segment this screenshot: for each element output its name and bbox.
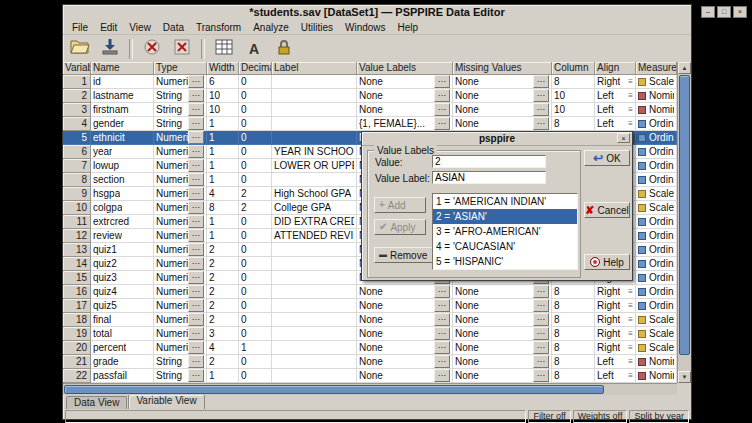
columns-cell[interactable]: 10: [552, 103, 595, 117]
name-cell[interactable]: final: [91, 313, 154, 327]
width-cell[interactable]: 1: [207, 173, 239, 187]
value-labels-button[interactable]: [210, 36, 238, 62]
ellipsis-button[interactable]: …: [188, 355, 204, 368]
missing-values-cell[interactable]: None…: [453, 299, 552, 313]
ellipsis-button[interactable]: …: [434, 355, 450, 368]
decimals-cell[interactable]: 2: [239, 187, 272, 201]
label-cell[interactable]: [272, 369, 357, 383]
width-cell[interactable]: 1: [207, 117, 239, 131]
ellipsis-button[interactable]: …: [188, 299, 204, 312]
row-number-cell[interactable]: 13: [63, 243, 91, 257]
ellipsis-button[interactable]: …: [188, 159, 204, 172]
label-cell[interactable]: LOWER OR UPPER DIVIS: [272, 159, 357, 173]
align-cell[interactable]: Left≡: [595, 355, 636, 369]
type-cell[interactable]: Numeric…: [154, 75, 207, 89]
ellipsis-button[interactable]: …: [533, 117, 549, 130]
type-cell[interactable]: Numeric…: [154, 131, 207, 145]
ellipsis-button[interactable]: …: [533, 103, 549, 116]
column-header[interactable]: Name: [91, 62, 154, 75]
menu-transform[interactable]: Transform: [190, 21, 247, 34]
ellipsis-button[interactable]: …: [533, 299, 549, 312]
open-file-button[interactable]: [66, 36, 94, 62]
row-number-cell[interactable]: 3: [63, 103, 91, 117]
label-cell[interactable]: DID EXTRA CREDIT PRO: [272, 215, 357, 229]
decimals-cell[interactable]: 0: [239, 243, 272, 257]
decimals-cell[interactable]: 0: [239, 103, 272, 117]
row-number-cell[interactable]: 18: [63, 313, 91, 327]
dialog-close-button[interactable]: ×: [617, 133, 630, 143]
value-labels-cell[interactable]: None…: [357, 341, 453, 355]
width-cell[interactable]: 4: [207, 187, 239, 201]
scroll-up-arrow[interactable]: ▲: [678, 62, 691, 74]
name-cell[interactable]: id: [91, 75, 154, 89]
missing-values-cell[interactable]: None…: [453, 75, 552, 89]
decimals-cell[interactable]: 0: [239, 313, 272, 327]
label-cell[interactable]: [272, 75, 357, 89]
value-labels-cell[interactable]: None…: [357, 103, 453, 117]
column-header[interactable]: Variab: [63, 62, 91, 75]
value-label-item[interactable]: 5 = 'HISPANIC': [433, 254, 577, 269]
value-label-item[interactable]: 4 = 'CAUCASIAN': [433, 239, 577, 254]
ellipsis-button[interactable]: …: [533, 75, 549, 88]
measure-cell[interactable]: Ordinal: [636, 117, 677, 131]
ellipsis-button[interactable]: …: [188, 257, 204, 270]
name-cell[interactable]: quiz5: [91, 299, 154, 313]
name-cell[interactable]: lastname: [91, 89, 154, 103]
type-cell[interactable]: Numeric…: [154, 327, 207, 341]
goto-case-button[interactable]: [138, 36, 166, 62]
width-cell[interactable]: 2: [207, 313, 239, 327]
menu-utilities[interactable]: Utilities: [295, 21, 339, 34]
value-labels-cell[interactable]: {1, FEMALE}...…: [357, 117, 453, 131]
columns-cell[interactable]: 10: [552, 89, 595, 103]
width-cell[interactable]: 10: [207, 103, 239, 117]
ellipsis-button[interactable]: …: [533, 355, 549, 368]
row-number-cell[interactable]: 20: [63, 341, 91, 355]
decimals-cell[interactable]: 1: [239, 341, 272, 355]
align-cell[interactable]: Right≡: [595, 313, 636, 327]
value-label-item[interactable]: 1 = 'AMERICAN INDIAN': [433, 194, 577, 209]
columns-cell[interactable]: 8: [552, 299, 595, 313]
fonts-button[interactable]: A: [240, 36, 268, 62]
decimals-cell[interactable]: 0: [239, 159, 272, 173]
measure-cell[interactable]: Scale: [636, 327, 677, 341]
width-cell[interactable]: 1: [207, 145, 239, 159]
ellipsis-button[interactable]: …: [533, 327, 549, 340]
type-cell[interactable]: Numeric…: [154, 201, 207, 215]
close-button[interactable]: ×: [733, 6, 747, 18]
ellipsis-button[interactable]: …: [188, 103, 204, 116]
align-cell[interactable]: Left≡: [595, 369, 636, 383]
name-cell[interactable]: section: [91, 173, 154, 187]
ellipsis-button[interactable]: …: [188, 369, 204, 382]
width-cell[interactable]: 2: [207, 285, 239, 299]
row-number-cell[interactable]: 14: [63, 257, 91, 271]
status-weight[interactable]: Weights off: [573, 410, 628, 423]
split-file-button[interactable]: [270, 36, 298, 62]
name-cell[interactable]: passfail: [91, 369, 154, 383]
type-cell[interactable]: Numeric…: [154, 313, 207, 327]
column-header[interactable]: Width: [207, 62, 239, 75]
measure-cell[interactable]: Scale: [636, 313, 677, 327]
ellipsis-button[interactable]: …: [434, 75, 450, 88]
type-cell[interactable]: Numeric…: [154, 285, 207, 299]
width-cell[interactable]: 1: [207, 159, 239, 173]
measure-cell[interactable]: Scale: [636, 341, 677, 355]
align-cell[interactable]: Right≡: [595, 75, 636, 89]
measure-cell[interactable]: Nominal: [636, 103, 677, 117]
tab-variable-view[interactable]: Variable View: [128, 394, 204, 409]
columns-cell[interactable]: 8: [552, 369, 595, 383]
type-cell[interactable]: String…: [154, 369, 207, 383]
ellipsis-button[interactable]: …: [188, 145, 204, 158]
label-cell[interactable]: High School GPA: [272, 187, 357, 201]
columns-cell[interactable]: 8: [552, 341, 595, 355]
columns-cell[interactable]: 8: [552, 117, 595, 131]
width-cell[interactable]: 2: [207, 243, 239, 257]
value-labels-cell[interactable]: None…: [357, 75, 453, 89]
ellipsis-button[interactable]: …: [188, 341, 204, 354]
name-cell[interactable]: hsgpa: [91, 187, 154, 201]
type-cell[interactable]: Numeric…: [154, 229, 207, 243]
decimals-cell[interactable]: 0: [239, 215, 272, 229]
vertical-scrollbar[interactable]: ▲ ▼: [677, 62, 691, 383]
ellipsis-button[interactable]: …: [188, 173, 204, 186]
ellipsis-button[interactable]: …: [188, 313, 204, 326]
ellipsis-button[interactable]: …: [188, 89, 204, 102]
